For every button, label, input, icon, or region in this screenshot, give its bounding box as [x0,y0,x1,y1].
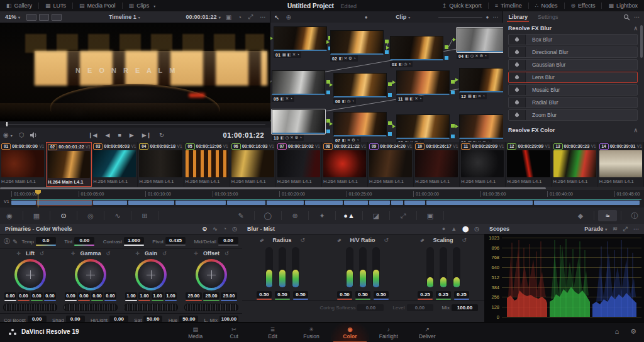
node-output-port[interactable] [451,124,455,128]
clip-10[interactable]: 1000:00:26:17V1H.264 Main L4.1 [414,142,460,187]
timeline-clip-segment[interactable] [391,201,403,205]
node-output-port[interactable] [388,121,392,125]
still-grab-icon[interactable]: ▣ [226,14,231,21]
node-04[interactable]: 04◧ ◷ ✕ ⚙ ◔ [457,28,504,59]
page-tab-media[interactable]: ▤Media [176,323,214,342]
hdr-wheels-icon[interactable]: ◎ [81,212,100,220]
clip-02[interactable]: 0200:00:01:22V1H.264 Main L4.1 [46,142,92,187]
color-match-icon[interactable]: ▦ [27,212,46,220]
blur-slider-bar[interactable] [372,247,380,287]
node-input-port[interactable] [270,80,271,84]
timeline-clip-segment[interactable] [344,201,368,205]
viewer-mode-grid-icon[interactable] [39,14,49,21]
blur-value[interactable]: 0.50 [337,291,352,298]
node-key-port[interactable] [326,130,330,133]
blur-value[interactable]: 0.25 [454,291,469,298]
node-11[interactable]: 11▦ ◧ ✕ ◔ [396,70,450,102]
wheel-value[interactable]: 0.00 [31,292,43,299]
clip-12[interactable]: 1200:00:29:09V1H.264 Main L4.1 [506,142,552,187]
blur-slider-bar[interactable] [279,247,286,287]
timeline-clip-segment[interactable] [426,201,533,205]
node-01[interactable]: 01▦ ◧ ✕ ◔ [274,26,327,58]
wheel-reset-icon[interactable]: ↺ [225,251,229,256]
go-to-start-button[interactable]: ❙◀ [88,132,97,138]
page-tab-deliver[interactable]: ↗Deliver [408,323,447,342]
wheel-value[interactable]: 1.00 [152,292,164,299]
timeline-clip-segment[interactable] [305,201,343,205]
sharpen-mode-icon[interactable]: ▲ [451,226,457,232]
color-wheel-lift[interactable] [14,259,46,290]
wheel-value[interactable]: 1.00 [125,292,137,299]
viewer-scrub-bar[interactable] [0,121,270,128]
topbar-button-media-pool[interactable]: ▤Media Pool [73,0,122,11]
stereo-3d-icon[interactable]: ▣ [421,212,440,220]
color-wheel-offset[interactable] [196,259,227,290]
wheel-value[interactable]: 0.00 [78,292,90,299]
clip-04[interactable]: 0400:00:08:18V1H.264 Main L4.1 [138,142,184,187]
clip-11[interactable]: 1100:00:28:09V1H.264 Main L4.1 [460,142,506,187]
camera-raw-icon[interactable]: ◉ [0,212,19,220]
info-icon[interactable]: ⓘ [625,211,644,221]
effect-item[interactable]: Mosaic Blur [508,84,638,96]
qualifier-icon[interactable]: ✎ [231,212,250,220]
node-input-port[interactable] [270,36,273,40]
clip-09[interactable]: 0900:00:24:20V1H.264 Main L4.1 [368,142,414,187]
node-input-port[interactable] [330,83,333,87]
blur-mode-icon[interactable]: ● [442,226,445,232]
blur-slider-bar[interactable] [265,247,273,287]
timeline-selector[interactable]: Timeline 1▾ [63,14,186,20]
node-mode-select[interactable]: Clip▾ [368,14,438,20]
field-value[interactable]: 1.000 [124,237,144,244]
blur-group-reset-icon[interactable]: ↺ [462,237,467,243]
topbar-button-clips[interactable]: ▥Clips▾ [123,0,162,11]
search-icon[interactable] [623,14,630,21]
clip-07[interactable]: 0700:00:19:02V1H.264 Main L4.1 [276,142,322,187]
magic-mask-icon[interactable]: ✦ [313,212,331,220]
timeline-clip-segment[interactable] [11,201,36,205]
wheel-value[interactable]: 0.00 [4,292,16,299]
gang-link-icon[interactable]: ∞ [258,236,265,244]
mini-timeline[interactable]: V1 01:00:00:0001:00:05:0001:00:10:0001:0… [0,190,644,208]
topbar-button-lightbox[interactable]: ▩Lightbox [602,0,644,11]
node-options-menu[interactable]: ⋯ [492,14,499,20]
blur-slider-bar[interactable] [292,247,299,287]
scopes-icon[interactable]: ≈ [598,210,617,221]
wheel-value[interactable]: 1.00 [165,292,177,299]
timeline-playhead[interactable] [35,190,41,207]
blur-value[interactable]: 0.50 [275,291,290,298]
master-wheel-gamma[interactable] [64,304,118,311]
wheel-value[interactable]: 25.00 [221,292,237,299]
blur-group-reset-icon[interactable]: ↺ [384,237,389,243]
blur-slider-bar[interactable] [426,247,434,287]
timeline-clip-segment[interactable] [37,201,92,205]
topbar-button-luts[interactable]: ▦LUTs [39,0,72,11]
primaries-bars-icon[interactable]: ∿ [213,226,218,232]
viewer-mode-image-icon[interactable] [26,14,36,21]
primaries-reset-icon[interactable]: ◷ [232,226,237,232]
field-value[interactable]: 0.00 [218,237,238,244]
clip-03[interactable]: 0300:00:06:03V1H.264 Main L4.1 [92,142,138,187]
node-input-port[interactable] [455,78,458,82]
timeline-clip-segment[interactable] [404,201,425,205]
wheel-reset-icon[interactable]: ↺ [40,251,44,256]
effect-item[interactable]: Directional Blur [508,47,638,58]
timeline-clip-segment[interactable] [369,201,390,205]
sizing-icon[interactable]: ⤢ [394,212,413,220]
node-output-port[interactable] [388,82,392,86]
node-03[interactable]: 03◧ ◷ ◔ [390,36,443,67]
color-wheel-gamma[interactable] [75,259,106,290]
curves-icon[interactable]: ∿ [108,212,127,220]
key-icon[interactable]: ◪ [367,212,386,220]
page-tab-fusion[interactable]: ✳Fusion [292,323,330,342]
master-wheel-gain[interactable] [124,304,178,311]
topbar-button-gallery[interactable]: ◧Gallery [0,0,38,11]
wheel-reset-icon[interactable]: ↺ [162,251,167,256]
field-value[interactable]: 100.00 [452,304,478,311]
timeline-clip-segment[interactable] [128,201,174,205]
node-13[interactable]: 13◧ ◷ ✕ ⚙ ◔ [272,109,325,141]
blur-slider-bar[interactable] [359,247,367,287]
page-tab-edit[interactable]: ≣Edit [253,323,292,342]
master-wheel-offset[interactable] [184,304,238,311]
node-output-port[interactable] [445,45,448,49]
node-key-port[interactable] [326,91,330,94]
